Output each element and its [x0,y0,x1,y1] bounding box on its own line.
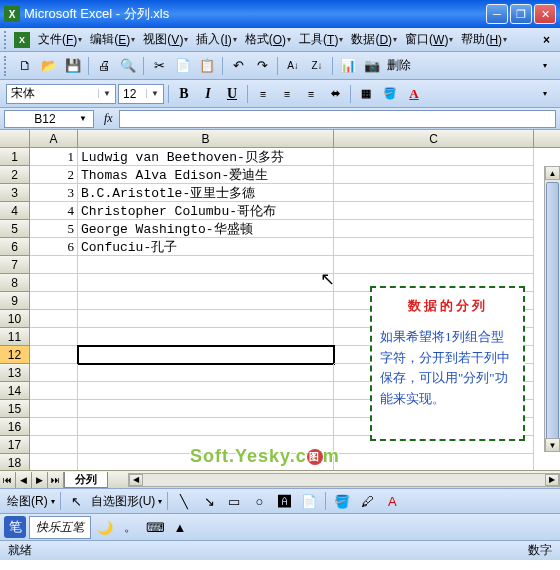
font-color-icon[interactable]: A [381,490,403,512]
menubar-handle[interactable] [4,31,10,49]
ime-icon[interactable]: 笔 [4,516,26,538]
scroll-down-icon[interactable]: ▼ [545,438,560,452]
select-all-corner[interactable] [0,130,30,147]
cell[interactable] [30,454,78,470]
cell[interactable] [334,238,534,256]
font-name-combo[interactable]: 宋体 ▼ [6,84,116,104]
row-header[interactable]: 3 [0,184,30,202]
wordart-icon[interactable]: 📄 [298,490,320,512]
ime-punct-icon[interactable]: 。 [119,516,141,538]
cell[interactable] [334,454,534,470]
horizontal-scrollbar[interactable]: ◀ ▶ [128,473,560,487]
row-header[interactable]: 10 [0,310,30,328]
cell[interactable]: George Washingto-华盛顿 [78,220,334,238]
cell[interactable] [30,346,78,364]
cell[interactable]: 4 [30,202,78,220]
align-center-icon[interactable]: ≡ [276,83,298,105]
ime-keyboard-icon[interactable]: ⌨ [144,516,166,538]
camera-icon[interactable]: 📷 [361,55,383,77]
row-header[interactable]: 7 [0,256,30,274]
borders-icon[interactable]: ▦ [355,83,377,105]
autoshapes-menu[interactable]: 自选图形(U) [91,493,156,510]
toolbar-handle[interactable] [4,56,10,76]
cell[interactable] [78,346,334,364]
formula-bar[interactable] [119,110,556,128]
row-header[interactable]: 9 [0,292,30,310]
sort-desc-icon[interactable]: Z↓ [306,55,328,77]
maximize-button[interactable]: ❐ [510,4,532,24]
menu-item[interactable]: 工具(T)▾ [295,29,347,50]
scroll-thumb[interactable] [546,182,559,442]
row-header[interactable]: 14 [0,382,30,400]
cell[interactable] [78,274,334,292]
select-objects-icon[interactable]: ↖ [66,490,88,512]
cell[interactable] [30,436,78,454]
font-color-icon[interactable]: A [403,83,425,105]
chart-icon[interactable]: 📊 [337,55,359,77]
fill-color-icon[interactable]: 🪣 [379,83,401,105]
format-overflow-icon[interactable]: ▾ [534,83,556,105]
cell[interactable]: Ludwig van Beethoven-贝多芬 [78,148,334,166]
scroll-right-icon[interactable]: ▶ [545,474,559,486]
sort-asc-icon[interactable]: A↓ [282,55,304,77]
tab-nav-next-icon[interactable]: ▶ [32,472,48,488]
arrow-icon[interactable]: ↘ [198,490,220,512]
fill-color-icon[interactable]: 🪣 [331,490,353,512]
redo-icon[interactable]: ↷ [251,55,273,77]
menu-item[interactable]: 窗口(W)▾ [401,29,457,50]
cell[interactable] [30,400,78,418]
cell[interactable] [78,310,334,328]
row-header[interactable]: 1 [0,148,30,166]
tab-nav-prev-icon[interactable]: ◀ [16,472,32,488]
cell[interactable]: Christopher Columbu-哥伦布 [78,202,334,220]
tab-nav-first-icon[interactable]: ⏮ [0,472,16,488]
cell[interactable] [334,256,534,274]
row-header[interactable]: 13 [0,364,30,382]
scroll-up-icon[interactable]: ▲ [545,166,560,180]
line-color-icon[interactable]: 🖊 [356,490,378,512]
name-box[interactable]: B12 ▼ [4,110,94,128]
row-header[interactable]: 12 [0,346,30,364]
row-header[interactable]: 8 [0,274,30,292]
cell[interactable] [30,310,78,328]
draw-menu[interactable]: 绘图(R) [7,493,48,510]
rectangle-icon[interactable]: ▭ [223,490,245,512]
row-header[interactable]: 5 [0,220,30,238]
cell[interactable] [30,274,78,292]
sheet-tab[interactable]: 分列 [64,472,108,488]
tab-nav-last-icon[interactable]: ⏭ [48,472,64,488]
cell[interactable] [78,256,334,274]
copy-icon[interactable]: 📄 [172,55,194,77]
cell[interactable]: 2 [30,166,78,184]
vertical-scrollbar[interactable]: ▲ ▼ [544,166,560,452]
font-size-combo[interactable]: 12 ▼ [118,84,164,104]
bold-button[interactable]: B [173,83,195,105]
row-header[interactable]: 16 [0,418,30,436]
fx-icon[interactable]: fx [98,111,119,126]
row-header[interactable]: 15 [0,400,30,418]
cell[interactable] [30,382,78,400]
oval-icon[interactable]: ○ [248,490,270,512]
row-header[interactable]: 18 [0,454,30,470]
line-icon[interactable]: ╲ [173,490,195,512]
cell[interactable]: Thomas Alva Edison-爱迪生 [78,166,334,184]
row-header[interactable]: 4 [0,202,30,220]
cell[interactable] [334,166,534,184]
cell[interactable]: B.C.Aristotle-亚里士多德 [78,184,334,202]
merge-icon[interactable]: ⬌ [324,83,346,105]
toolbar-overflow-icon[interactable]: ▾ [534,55,556,77]
close-button[interactable]: ✕ [534,4,556,24]
cell[interactable] [30,292,78,310]
print-icon[interactable]: 🖨 [93,55,115,77]
cell[interactable] [334,220,534,238]
cell[interactable] [30,256,78,274]
cell[interactable] [78,364,334,382]
ime-name[interactable]: 快乐五笔 [29,516,91,539]
row-header[interactable]: 11 [0,328,30,346]
doc-close-button[interactable]: × [537,33,556,47]
delete-label[interactable]: 删除 [385,57,413,74]
cell[interactable]: Confuciu-孔子 [78,238,334,256]
cell[interactable] [78,382,334,400]
scroll-left-icon[interactable]: ◀ [129,474,143,486]
cell[interactable]: 5 [30,220,78,238]
